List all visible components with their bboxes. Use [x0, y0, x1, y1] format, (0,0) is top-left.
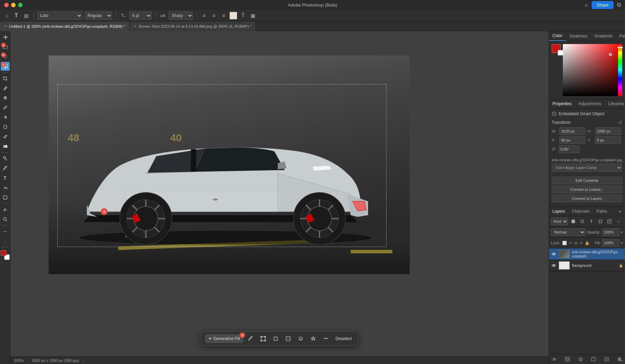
- crop-tool[interactable]: [1, 74, 10, 83]
- x-input[interactable]: [559, 136, 585, 144]
- font-family-select[interactable]: Lato: [37, 11, 82, 20]
- align-left-icon[interactable]: ≡: [200, 12, 208, 19]
- healing-brush-tool[interactable]: [1, 93, 10, 102]
- layers-tab[interactable]: Layers: [549, 207, 568, 216]
- filter-shape-icon[interactable]: [597, 218, 604, 225]
- foreground-color-swatch[interactable]: [1, 250, 6, 256]
- eraser-tool[interactable]: [1, 132, 10, 141]
- free-transform-button[interactable]: [271, 334, 281, 344]
- tool-home-icon[interactable]: ⌂: [3, 12, 10, 19]
- move-tool[interactable]: [1, 33, 10, 42]
- warp-text-icon[interactable]: T̃: [239, 12, 247, 19]
- more-button[interactable]: •••: [321, 334, 331, 344]
- font-size-select[interactable]: 6 pt: [129, 11, 152, 20]
- shape-tool[interactable]: [1, 193, 10, 202]
- angle-input[interactable]: [559, 145, 580, 153]
- fill-chevron[interactable]: ▾: [621, 241, 623, 245]
- anti-alias-select[interactable]: Sharp: [169, 11, 193, 20]
- type-options-icon[interactable]: ▤: [22, 12, 30, 19]
- fx-bottom-icon[interactable]: fx: [620, 358, 623, 363]
- text-options-icon[interactable]: ▦: [249, 12, 257, 19]
- layer-2-visibility-icon[interactable]: [551, 263, 557, 268]
- add-mask-icon[interactable]: [564, 356, 571, 363]
- group-layers-icon[interactable]: [590, 356, 597, 363]
- doc-tab-2[interactable]: ✕ Screen Shot 2023-06-14 at 9.13.43 AM.p…: [130, 22, 256, 31]
- mask-button[interactable]: [296, 334, 306, 344]
- properties-tab[interactable]: Properties: [549, 99, 575, 108]
- fg-color-preview[interactable]: [552, 44, 561, 53]
- gradient-tool[interactable]: [1, 142, 10, 151]
- lock-all-icon[interactable]: 🔒: [585, 241, 590, 245]
- lasso-tool[interactable]: 2: [1, 52, 10, 61]
- close-button[interactable]: [4, 3, 9, 7]
- convert-to-layers-button[interactable]: Convert to Layers: [552, 195, 622, 202]
- canvas-image[interactable]: 48 40 4: [49, 56, 410, 274]
- lock-transparent-icon[interactable]: ⬜: [562, 241, 567, 245]
- filter-type-icon[interactable]: T: [588, 218, 595, 225]
- hand-tool[interactable]: [1, 205, 10, 214]
- fill-button[interactable]: [283, 334, 293, 344]
- zoom-tool[interactable]: [1, 215, 10, 224]
- arrow-more[interactable]: ›: [83, 358, 84, 363]
- y-input[interactable]: [595, 136, 621, 144]
- history-brush-tool[interactable]: [1, 122, 10, 132]
- layer-item-1[interactable]: erik-mclean-dbLgODXOPgo-unsplash: [549, 248, 625, 260]
- layers-collapse-icon[interactable]: ▾: [619, 209, 623, 213]
- layer-comp-select[interactable]: Don't Apply Layer Comp: [552, 163, 622, 172]
- minimize-button[interactable]: [11, 3, 16, 7]
- text-tool-icon[interactable]: T: [12, 12, 20, 19]
- blend-mode-select[interactable]: Normal: [551, 228, 585, 236]
- edit-contents-button[interactable]: Edit Contents: [552, 177, 622, 184]
- filter-toggle-icon[interactable]: ☆: [615, 218, 622, 225]
- clone-stamp-tool[interactable]: [1, 113, 10, 122]
- pen-tool[interactable]: [1, 164, 10, 173]
- deselect-button[interactable]: Deselect: [333, 335, 354, 342]
- layer-kind-select[interactable]: Kind: [551, 218, 568, 225]
- width-input[interactable]: [559, 127, 585, 135]
- doc-tab-2-close[interactable]: ✕: [134, 24, 136, 28]
- select-subject-button[interactable]: [308, 334, 318, 344]
- doc-tab-1-close[interactable]: ✕: [4, 24, 7, 28]
- maximize-button[interactable]: [18, 3, 23, 7]
- layer-fx-icon[interactable]: fx: [551, 356, 558, 363]
- layer-item-2[interactable]: Background 🔒: [549, 260, 625, 271]
- align-center-icon[interactable]: ≡: [210, 12, 218, 19]
- adjustment-layer-icon[interactable]: [577, 356, 584, 363]
- libraries-tab[interactable]: Libraries: [605, 99, 625, 108]
- color-gradient-picker[interactable]: [563, 44, 622, 96]
- height-input[interactable]: [595, 127, 621, 135]
- eyedropper-tool[interactable]: [1, 84, 10, 93]
- brush-tool[interactable]: [1, 103, 10, 112]
- channels-tab[interactable]: Channels: [568, 207, 593, 216]
- doc-tab-1[interactable]: ✕ Untitled-1 @ 200% (erik-mclean-dbLgODX…: [0, 22, 130, 31]
- transform-button[interactable]: [258, 334, 268, 344]
- font-style-select[interactable]: Regular: [84, 11, 112, 20]
- lock-image-icon[interactable]: ✏: [569, 241, 572, 245]
- color-tab[interactable]: Color: [549, 31, 566, 41]
- opacity-chevron[interactable]: ▾: [621, 230, 623, 235]
- hue-bar[interactable]: [618, 44, 622, 96]
- reset-transform-icon[interactable]: ↺: [618, 120, 622, 125]
- search-icon[interactable]: ⌕: [585, 2, 588, 8]
- object-selection-tool[interactable]: 3: [1, 62, 10, 71]
- window-icon[interactable]: ⧉: [617, 2, 621, 8]
- filter-smartobj-icon[interactable]: [606, 218, 613, 225]
- filter-adjustment-icon[interactable]: [578, 218, 586, 225]
- patterns-tab[interactable]: Patterns: [616, 32, 625, 41]
- adjustments-tab[interactable]: Adjustments: [575, 99, 605, 108]
- path-selection-tool[interactable]: [1, 183, 10, 192]
- filter-pixel-icon[interactable]: [569, 218, 577, 225]
- lock-position-icon[interactable]: ✛: [580, 241, 583, 245]
- paths-tab[interactable]: Paths: [593, 207, 611, 216]
- gradients-tab[interactable]: Gradients: [591, 32, 616, 41]
- select-brush-button[interactable]: [246, 334, 256, 344]
- fill-input[interactable]: [602, 239, 619, 247]
- convert-to-linked-button[interactable]: Convert to Linked...: [552, 186, 622, 193]
- new-layer-icon[interactable]: [603, 356, 610, 363]
- more-tools[interactable]: ⋮: [1, 237, 10, 246]
- align-right-icon[interactable]: ≡: [220, 12, 227, 19]
- opacity-input[interactable]: [602, 228, 619, 236]
- type-tool[interactable]: T: [1, 173, 10, 183]
- generative-fill-button[interactable]: ✦ Generative Fill: [205, 335, 243, 343]
- extra-tool[interactable]: •••: [1, 227, 10, 236]
